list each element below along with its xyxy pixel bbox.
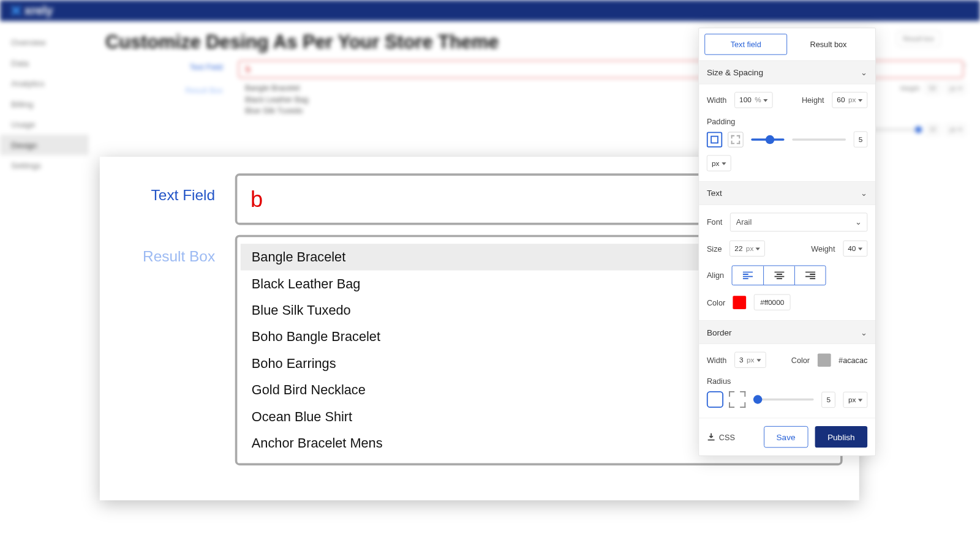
bg-text-field-label: Text Field [105,61,238,72]
height-input[interactable]: 60 px [832,92,867,108]
sidebar-nav: Overview Data Analytics Billing Usage De… [0,21,89,175]
nav-overview[interactable]: Overview [0,32,89,52]
download-icon [707,432,715,441]
bg-height-control: Height 50 px ▾ [900,83,966,94]
radius-label: Radius [707,377,867,385]
font-label: Font [707,218,722,227]
padding-individual-icon[interactable] [728,132,743,147]
weight-label: Weight [811,244,835,253]
save-button[interactable]: Save [764,426,809,448]
download-css[interactable]: CSS [707,432,735,441]
border-color-swatch[interactable] [818,353,831,367]
border-width-label: Width [707,356,726,364]
section-text[interactable]: Text ⌄ [699,181,875,205]
border-color-label: Color [791,356,810,364]
bg-resultbox-button[interactable]: Result box [897,31,940,47]
text-color-swatch[interactable] [733,296,747,309]
padding-value[interactable]: 5 [853,131,867,147]
brand-name: xrely [24,3,53,18]
section-title: Border [707,328,732,337]
radius-slider[interactable] [753,399,814,401]
radius-corners-icon[interactable] [729,391,745,408]
bg-chevron-icon: ⌄ [962,60,968,68]
padding-all-icon[interactable] [707,132,722,147]
radius-unit[interactable]: px [843,391,868,407]
chevron-down-icon: ⌄ [855,218,862,227]
border-width-input[interactable]: 3 px [734,352,766,368]
padding-unit[interactable]: px [707,155,731,171]
inspector-tabs: Text field Result box [699,28,875,60]
text-color-hex[interactable]: #ff0000 [754,294,790,310]
padding-slider[interactable] [751,138,784,141]
align-right-icon [805,271,815,279]
chevron-down-icon: ⌄ [861,68,867,77]
font-select[interactable]: Arail ⌄ [730,213,867,232]
tab-result-box[interactable]: Result box [787,34,870,54]
align-group [732,265,826,285]
align-label: Align [707,271,724,280]
padding-slider-track[interactable] [792,138,846,141]
border-color-hex[interactable]: #acacac [839,356,867,364]
topbar: xrely [0,0,980,21]
section-title: Size & Spacing [707,67,763,77]
nav-billing[interactable]: Billing [0,94,89,114]
nav-design[interactable]: Design [0,135,89,155]
width-input[interactable]: 100 % [734,92,773,108]
nav-settings[interactable]: Settings [0,155,89,175]
align-center-button[interactable] [763,266,794,285]
bg-height-label: Height [900,84,919,92]
align-left-icon [743,271,753,279]
brand-logo: xrely [10,3,53,18]
tab-text-field[interactable]: Text field [704,34,787,54]
height-label: Height [802,96,824,104]
padding-label: Padding [707,117,867,126]
align-right-button[interactable] [794,266,826,285]
chevron-down-icon: ⌄ [861,189,867,197]
preview-result-box-label: Result Box [124,235,235,266]
inspector-panel: Text field Result box Size & Spacing ⌄ W… [698,28,876,456]
text-color-label: Color [707,298,725,306]
chevron-down-icon: ⌄ [861,328,867,336]
bg-result-box-label: Result Box [105,84,238,95]
nav-usage[interactable]: Usage [0,114,89,134]
align-left-button[interactable] [733,266,764,285]
width-label: Width [707,96,726,104]
publish-button[interactable]: Publish [815,426,867,448]
font-weight-input[interactable]: 40 [843,241,867,257]
section-title: Text [707,189,722,198]
nav-analytics[interactable]: Analytics [0,73,89,93]
bg-slider[interactable]: 10 px ▾ [864,124,966,135]
size-label: Size [707,244,722,253]
font-size-input[interactable]: 22 px [729,241,765,257]
align-center-icon [774,271,784,279]
section-border[interactable]: Border ⌄ [699,320,875,344]
radius-value[interactable]: 5 [821,391,835,407]
preview-text-field-label: Text Field [124,173,235,204]
radius-all-icon[interactable] [707,391,723,408]
brand-x-icon [10,4,22,17]
section-size-spacing[interactable]: Size & Spacing ⌄ [699,61,875,84]
nav-data[interactable]: Data [0,53,89,73]
